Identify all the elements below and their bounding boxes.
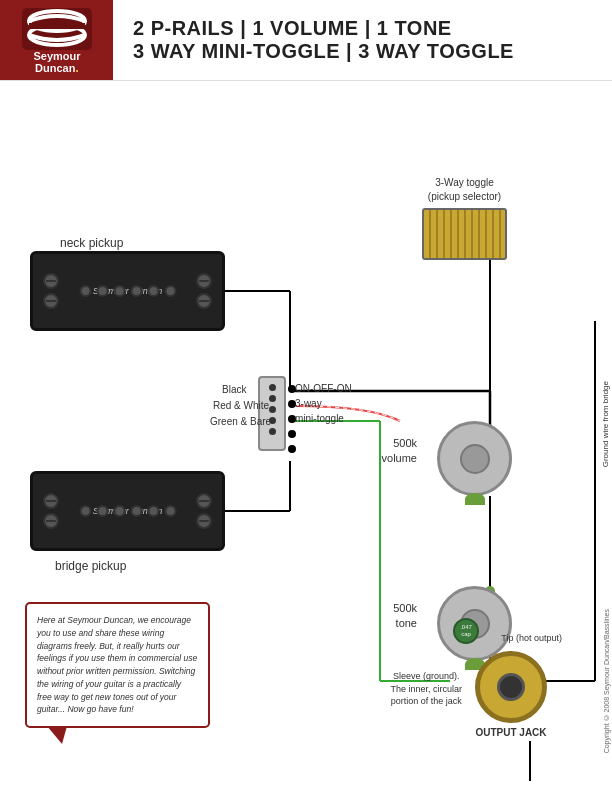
jack-body (475, 651, 547, 723)
screw (196, 493, 212, 509)
output-jack: OUTPUT JACK (475, 651, 547, 738)
title-line1: 2 P-RAILS | 1 VOLUME | 1 TONE (133, 17, 514, 40)
wire-label-red-white: Red & White (213, 400, 269, 411)
pole-piece (164, 285, 176, 297)
ground-wire-label: Ground wire from bridge (601, 381, 610, 467)
mini-toggle-switch (258, 376, 286, 451)
pole-piece (96, 285, 108, 297)
jack-inner (497, 673, 525, 701)
screw (196, 273, 212, 289)
pole-piece (147, 505, 159, 517)
pole-piece (79, 505, 91, 517)
mini-toggle-label-3: mini-toggle (295, 413, 344, 424)
toggle-terminal (269, 384, 276, 391)
pole-piece (130, 505, 142, 517)
screw (43, 273, 59, 289)
output-jack-label: OUTPUT JACK (475, 727, 547, 738)
screw (196, 513, 212, 529)
toggle-terminal (269, 395, 276, 402)
neck-pickup-label: neck pickup (60, 236, 123, 250)
svg-point-25 (288, 430, 296, 438)
volume-pot (437, 421, 512, 496)
toggle-terminal (269, 428, 276, 435)
tone-label-text: 500ktone (393, 602, 417, 629)
svg-text:Seymour: Seymour (33, 50, 81, 62)
wire-label-black: Black (222, 384, 246, 395)
solder-volume (465, 493, 485, 505)
pole-piece (113, 505, 125, 517)
svg-point-26 (288, 445, 296, 453)
bridge-pickup-label: bridge pickup (55, 559, 126, 573)
logo-svg: Seymour Duncan. (12, 3, 102, 78)
toggle-terminal (269, 406, 276, 413)
screw (43, 293, 59, 309)
volume-label: 500kvolume (382, 436, 417, 467)
pole-piece (113, 285, 125, 297)
bridge-pickup: Seymour Duncan (30, 471, 225, 551)
pot-body-volume (437, 421, 512, 496)
pole-piece (164, 505, 176, 517)
title-line2: 3 WAY MINI-TOGGLE | 3 WAY TOGGLE (133, 40, 514, 63)
mini-toggle-label-2: 3-way (295, 398, 322, 409)
wire-label-green-bare: Green & Bare (210, 416, 271, 427)
mini-toggle-label: ON-OFF-ON 3-way mini-toggle (295, 381, 352, 426)
svg-text:Duncan.: Duncan. (35, 60, 79, 75)
info-box: Here at Seymour Duncan, we encourage you… (25, 602, 210, 728)
pot-inner-volume (460, 444, 490, 474)
mini-toggle-label-1: ON-OFF-ON (295, 383, 352, 394)
tone-label: 500ktone (393, 601, 417, 632)
capacitor: .047 cap (453, 618, 479, 644)
volume-label-text: 500kvolume (382, 437, 417, 464)
screw (43, 513, 59, 529)
diagram-area: Seymour Duncan neck pickup Seymour Dunca… (0, 81, 612, 792)
screw (196, 293, 212, 309)
svg-rect-3 (29, 23, 85, 29)
toggle-body (422, 208, 507, 260)
info-box-text: Here at Seymour Duncan, we encourage you… (37, 615, 197, 714)
screw (43, 493, 59, 509)
logo-area: Seymour Duncan. (0, 0, 113, 80)
title-area: 2 P-RAILS | 1 VOLUME | 1 TONE 3 WAY MINI… (113, 17, 514, 63)
cap-label: .047 cap (455, 624, 477, 637)
copyright-label: Copyright © 2008 Seymour Duncan/Bassline… (603, 609, 610, 753)
toggle-label-1: 3-Way toggle (435, 177, 494, 188)
pole-piece (79, 285, 91, 297)
three-way-toggle: 3-Way toggle (pickup selector) (422, 176, 507, 260)
sleeve-label-text: Sleeve (ground).The inner, circularporti… (390, 671, 462, 706)
pole-piece (130, 285, 142, 297)
toggle-label-2: (pickup selector) (428, 191, 501, 202)
pole-piece (96, 505, 108, 517)
header: Seymour Duncan. 2 P-RAILS | 1 VOLUME | 1… (0, 0, 612, 81)
sleeve-label: Sleeve (ground).The inner, circularporti… (390, 670, 462, 708)
neck-pickup: Seymour Duncan (30, 251, 225, 331)
pole-piece (147, 285, 159, 297)
tip-label: Tip (hot output) (501, 633, 562, 643)
